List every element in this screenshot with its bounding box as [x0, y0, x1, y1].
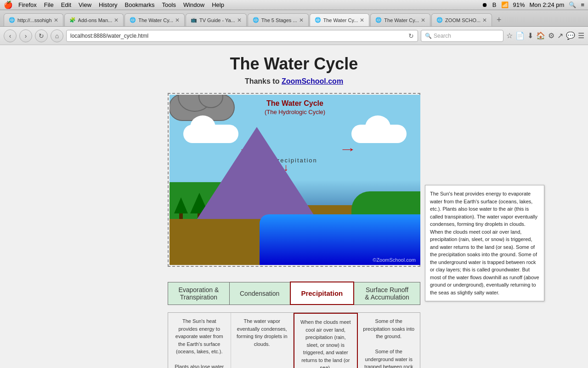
home-icon[interactable]: 🏠 — [536, 31, 545, 40]
menu-edit[interactable]: Edit — [61, 1, 71, 8]
page-subtitle: Thanks to ZoomSchool.com — [245, 77, 343, 86]
tab-bar: 🌐 http://...ssohigh ✕ 🧩 Add-ons Man... ✕… — [0, 10, 588, 27]
tab-watercycle-active[interactable]: 🌐 The Water Cy... ✕ — [310, 13, 370, 26]
reader-icon[interactable]: 📄 — [515, 31, 525, 40]
tab-5stages[interactable]: 🌐 The 5 Stages ... ✕ — [248, 13, 309, 26]
tab-label-addons: Add-ons Man... — [78, 17, 113, 23]
menu-tools[interactable]: Tools — [162, 1, 176, 8]
tab-icon-zoom: 🌐 — [436, 17, 443, 23]
description-box: The Sun's heat provides energy to evapor… — [425, 185, 544, 301]
home-button[interactable]: ⌂ — [51, 29, 63, 42]
tab-watercycle2[interactable]: 🌐 The Water Cy... ✕ — [370, 13, 430, 26]
content-precipitation: When the clouds meet cool air over land,… — [294, 313, 358, 368]
content-condensation: The water vapor eventually condenses, fo… — [231, 313, 294, 368]
nav-runoff[interactable]: Surface Runoff& Accumulation — [354, 282, 420, 305]
tab-ssohigh[interactable]: 🌐 http://...ssohigh ✕ — [4, 13, 63, 26]
tab-close-5stages[interactable]: ✕ — [299, 17, 304, 23]
nav-condensation[interactable]: Condensation — [229, 282, 290, 305]
tab-watercycle1[interactable]: 🌐 The Water Cy... ✕ — [124, 13, 185, 26]
url-text: localhost:8888/water_cycle.html — [70, 33, 407, 39]
content-runoff-text: Some of the precipitation soaks into the… — [362, 318, 415, 368]
tab-close-ssohigh[interactable]: ✕ — [54, 17, 58, 23]
content-runoff: Some of the precipitation soaks into the… — [358, 313, 420, 368]
mountain — [197, 127, 317, 219]
apple-menu[interactable]: 🍎 — [4, 0, 13, 9]
menu-file[interactable]: File — [44, 1, 54, 8]
menu-items: Firefox File Edit View History Bookmarks… — [18, 1, 224, 8]
diagram-container: The Water Cycle (The Hydrologic Cycle) →… — [168, 93, 420, 267]
content-precipitation-text: When the clouds meet cool air over land,… — [300, 319, 351, 368]
content-evaporation-text: The Sun's heat provides energy to evapor… — [174, 318, 224, 368]
browser-page: The Water Cycle Thanks to ZoomSchool.com… — [0, 45, 588, 368]
wifi-icon: 📶 — [501, 1, 509, 8]
search-bar[interactable]: 🔍 Search — [421, 30, 503, 42]
url-bar[interactable]: localhost:8888/water_cycle.html ↻ — [66, 30, 418, 42]
tab-icon-addons: 🧩 — [69, 17, 76, 23]
back-button[interactable]: ‹ — [4, 29, 17, 42]
tab-close-tvguide[interactable]: ✕ — [237, 17, 242, 23]
menu-view[interactable]: View — [79, 1, 91, 8]
nav-precipitation[interactable]: Precipitation — [290, 282, 354, 305]
record-icon: ⏺ — [482, 1, 488, 8]
tab-close-watercycle1[interactable]: ✕ — [175, 17, 180, 23]
tab-icon-watercycle-active: 🌐 — [315, 17, 321, 23]
zoomschool-link[interactable]: ZoomSchool.com — [282, 77, 343, 85]
menu-bar: 🍎 Firefox File Edit View History Bookmar… — [0, 0, 588, 10]
arrow-right-icon: ← — [339, 142, 357, 156]
settings-icon[interactable]: ⚙ — [548, 31, 554, 40]
download-icon[interactable]: ⬇ — [527, 31, 533, 40]
menu-bookmarks[interactable]: Bookmarks — [125, 1, 155, 8]
tab-icon-tvguide: 📺 — [191, 17, 197, 23]
tree-top-1 — [174, 197, 188, 213]
menu-window[interactable]: Window — [183, 1, 204, 8]
tab-label-ssohigh: http://...ssohigh — [17, 17, 52, 23]
content-condensation-text: The water vapor eventually condenses, fo… — [237, 318, 288, 347]
tab-label-tvguide: TV Guide - Ya... — [199, 17, 235, 23]
water-cycle-diagram: The Water Cycle (The Hydrologic Cycle) →… — [170, 95, 420, 265]
tab-icon-5stages: 🌐 — [253, 17, 259, 23]
new-tab-button[interactable]: + — [493, 13, 505, 26]
description-text: The Sun's heat provides energy to evapor… — [430, 191, 539, 295]
search-icon: 🔍 — [425, 33, 432, 39]
tab-icon-watercycle1: 🌐 — [130, 17, 136, 23]
tab-close-addons[interactable]: ✕ — [114, 17, 119, 23]
diagram-section: The Water Cycle (The Hydrologic Cycle) →… — [168, 93, 420, 274]
tab-tvguide[interactable]: 📺 TV Guide - Ya... ✕ — [186, 13, 247, 26]
cloud-right — [351, 125, 407, 143]
tab-addons[interactable]: 🧩 Add-ons Man... ✕ — [64, 13, 124, 26]
chat-icon[interactable]: 💬 — [566, 31, 575, 40]
menu-help[interactable]: Help — [212, 1, 224, 8]
url-go-button[interactable]: ↻ — [408, 32, 414, 40]
list-icon: ≡ — [581, 1, 584, 8]
content-evaporation: The Sun's heat provides energy to evapor… — [168, 313, 231, 368]
tab-icon-ssohigh: 🌐 — [9, 17, 15, 23]
toolbar-icons: ☆ 📄 ⬇ 🏠 ⚙ ↗ 💬 ☰ — [506, 31, 584, 40]
tab-close-zoom[interactable]: ✕ — [482, 17, 487, 23]
tab-close-watercycle-active[interactable]: ✕ — [360, 17, 364, 23]
search-placeholder: Search — [434, 33, 451, 39]
tab-label-5stages: The 5 Stages ... — [261, 17, 297, 23]
tab-label-watercycle1: The Water Cy... — [138, 17, 173, 23]
tab-close-watercycle2[interactable]: ✕ — [421, 17, 425, 23]
page-title: The Water Cycle — [230, 54, 358, 74]
tree-1 — [174, 197, 188, 219]
nav-evaporation[interactable]: Evaporation &Transpiration — [168, 282, 230, 305]
b-icon: B — [492, 1, 497, 8]
forward-button[interactable]: › — [19, 29, 32, 42]
browser-toolbar: ‹ › ↻ ⌂ localhost:8888/water_cycle.html … — [0, 27, 588, 45]
tab-label-watercycle2: The Water Cy... — [384, 17, 419, 23]
search-menubar-icon[interactable]: 🔍 — [569, 1, 576, 8]
copyright-text: ©ZoomSchool.com — [373, 257, 416, 263]
menu-icon[interactable]: ☰ — [578, 31, 584, 40]
tab-icon-watercycle2: 🌐 — [375, 17, 382, 23]
menu-history[interactable]: History — [99, 1, 117, 8]
tree-trunk-1 — [179, 213, 183, 219]
menu-firefox[interactable]: Firefox — [18, 1, 37, 8]
tab-zoom[interactable]: 🌐 ZOOM SCHO... ✕ — [431, 13, 492, 26]
bookmark-icon[interactable]: ☆ — [506, 31, 513, 40]
tab-label-watercycle-active: The Water Cy... — [323, 17, 358, 23]
reload-button[interactable]: ↻ — [35, 29, 48, 42]
share-icon[interactable]: ↗ — [557, 31, 563, 40]
datetime: Mon 2:24 pm — [530, 1, 565, 8]
nav-table: Evaporation &Transpiration Condensation … — [168, 282, 420, 305]
